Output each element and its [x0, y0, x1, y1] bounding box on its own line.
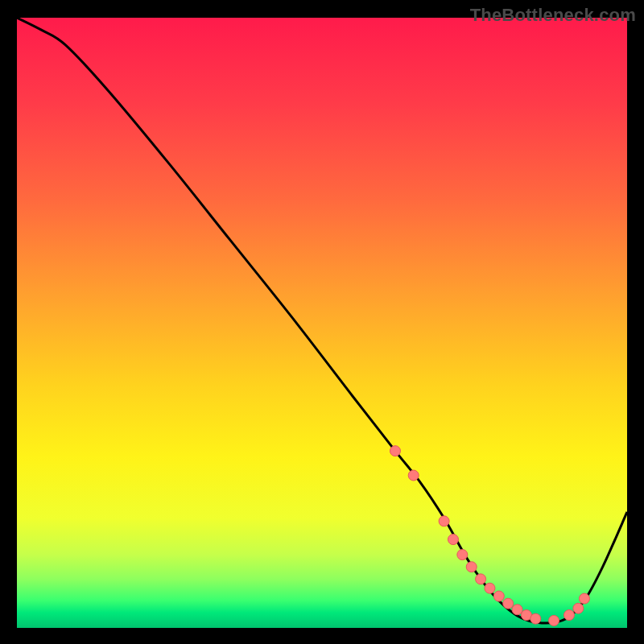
curve-dot — [439, 516, 449, 526]
watermark-text: TheBottleneck.com — [470, 5, 636, 26]
curve-dot — [466, 562, 477, 572]
curve-dot — [512, 605, 522, 615]
curve-dot — [549, 615, 559, 625]
chart-svg — [17, 18, 627, 628]
curve-dot — [503, 598, 514, 609]
curve-dot — [493, 591, 504, 601]
gradient-background — [17, 18, 627, 628]
curve-dot — [476, 574, 486, 584]
curve-dot — [485, 583, 495, 593]
curve-dot — [408, 470, 419, 481]
chart-frame: TheBottleneck.com — [0, 0, 644, 644]
plot-area — [17, 18, 627, 628]
curve-dot — [579, 593, 589, 604]
curve-dot — [390, 446, 400, 456]
curve-dot — [530, 613, 541, 624]
curve-dot — [457, 550, 468, 560]
curve-dot — [448, 535, 458, 545]
curve-dot — [573, 603, 584, 613]
curve-dot — [564, 610, 574, 621]
